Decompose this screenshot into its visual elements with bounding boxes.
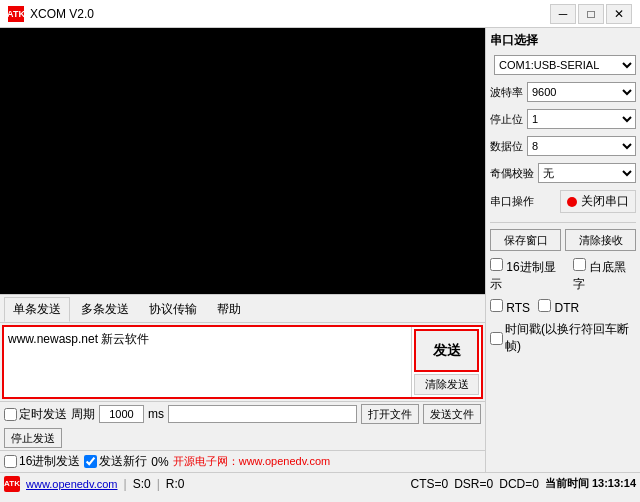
- clear-recv-button[interactable]: 清除接收: [565, 229, 636, 251]
- red-dot-icon: [567, 197, 577, 207]
- stop-bit-row: 停止位 1: [490, 109, 636, 129]
- status-time: 当前时间 13:13:14: [545, 476, 636, 491]
- status-sep1: |: [124, 477, 127, 491]
- serial-op-row: 串口操作 关闭串口: [490, 190, 636, 213]
- port-row: COM1:USB-SERIAL: [490, 55, 636, 75]
- baud-rate-label: 波特率: [490, 85, 523, 100]
- serial-op-label: 串口操作: [490, 194, 534, 209]
- port-select[interactable]: COM1:USB-SERIAL: [494, 55, 636, 75]
- send-btn-col: 发送 清除发送: [411, 327, 481, 397]
- action-row: 保存窗口 清除接收: [490, 229, 636, 251]
- tabs-bar: 单条发送 多条发送 协议传输 帮助: [0, 294, 485, 323]
- save-window-button[interactable]: 保存窗口: [490, 229, 561, 251]
- title-bar-left: ATK XCOM V2.0: [8, 6, 94, 22]
- open-file-button[interactable]: 打开文件: [361, 404, 419, 424]
- send-textarea[interactable]: [4, 327, 411, 397]
- close-button[interactable]: ✕: [606, 4, 632, 24]
- hex16-checkbox[interactable]: [490, 258, 503, 271]
- send-button[interactable]: 发送: [414, 329, 479, 372]
- tab-help[interactable]: 帮助: [208, 297, 250, 322]
- parity-label: 奇偶校验: [490, 166, 534, 181]
- hex-send-checkbox[interactable]: [4, 455, 17, 468]
- dtr-checkbox[interactable]: [538, 299, 551, 312]
- tab-protocol[interactable]: 协议传输: [140, 297, 206, 322]
- window-controls: ─ □ ✕: [550, 4, 632, 24]
- file-path-input[interactable]: [168, 405, 357, 423]
- hex16-label: 16进制显示: [490, 258, 565, 293]
- left-panel: 单条发送 多条发送 协议传输 帮助 发送 清除发送 定时发送 周期 ms: [0, 28, 485, 472]
- white-bg-checkbox[interactable]: [573, 258, 586, 271]
- baud-rate-select[interactable]: 9600: [527, 82, 636, 102]
- status-site-link[interactable]: www.openedv.com: [26, 478, 118, 490]
- checkbox-row3: 时间戳(以换行符回车断帧): [490, 321, 636, 355]
- stop-send-button[interactable]: 停止发送: [4, 428, 62, 448]
- data-bit-select[interactable]: 8: [527, 136, 636, 156]
- rts-label: RTS: [490, 299, 530, 315]
- status-r0: R:0: [166, 477, 185, 491]
- period-input[interactable]: [99, 405, 144, 423]
- status-dsr: DSR=0: [454, 477, 493, 491]
- stop-bit-label: 停止位: [490, 112, 523, 127]
- rts-checkbox[interactable]: [490, 299, 503, 312]
- terminal-area: [0, 28, 485, 294]
- right-panel: 串口选择 COM1:USB-SERIAL 波特率 9600 停止位 1 数据位 …: [485, 28, 640, 472]
- bottom-options-row2: 16进制发送 发送新行 0% 开源电子网：www.openedv.com: [0, 450, 485, 472]
- main-container: 单条发送 多条发送 协议传输 帮助 发送 清除发送 定时发送 周期 ms: [0, 28, 640, 472]
- progress-value: 0%: [151, 455, 168, 469]
- status-cts: CTS=0: [411, 477, 449, 491]
- ms-label: ms: [148, 407, 164, 421]
- parity-row: 奇偶校验 无: [490, 163, 636, 183]
- stop-bit-select[interactable]: 1: [527, 109, 636, 129]
- bottom-options-row1: 定时发送 周期 ms 打开文件 发送文件 停止发送: [0, 401, 485, 450]
- hex-send-label: 16进制发送: [4, 453, 80, 470]
- parity-select[interactable]: 无: [538, 163, 636, 183]
- timed-send-checkbox[interactable]: [4, 408, 17, 421]
- baud-rate-row: 波特率 9600: [490, 82, 636, 102]
- section-title-serial: 串口选择: [490, 32, 636, 49]
- checkbox-row1: 16进制显示 白底黑字: [490, 258, 636, 293]
- minimize-button[interactable]: ─: [550, 4, 576, 24]
- status-dcd: DCD=0: [499, 477, 539, 491]
- checkbox-row2: RTS DTR: [490, 299, 636, 315]
- send-newline-checkbox[interactable]: [84, 455, 97, 468]
- openedv-text: 开源电子网：www.openedv.com: [173, 454, 331, 469]
- close-serial-label: 关闭串口: [581, 193, 629, 210]
- send-file-button[interactable]: 发送文件: [423, 404, 481, 424]
- send-area: 发送 清除发送: [2, 325, 483, 399]
- clear-send-button[interactable]: 清除发送: [414, 374, 479, 395]
- status-s0: S:0: [133, 477, 151, 491]
- tab-multi-send[interactable]: 多条发送: [72, 297, 138, 322]
- dtr-label: DTR: [538, 299, 579, 315]
- app-title: XCOM V2.0: [30, 7, 94, 21]
- divider1: [490, 222, 636, 223]
- close-serial-button[interactable]: 关闭串口: [560, 190, 636, 213]
- timestamp-label: 时间戳(以换行符回车断帧): [505, 321, 636, 355]
- status-icon: ATK: [4, 476, 20, 492]
- timestamp-checkbox[interactable]: [490, 332, 503, 345]
- timed-send-label: 定时发送: [4, 406, 67, 423]
- app-icon: ATK: [8, 6, 24, 22]
- status-sep2: |: [157, 477, 160, 491]
- white-bg-label: 白底黑字: [573, 258, 636, 293]
- title-bar: ATK XCOM V2.0 ─ □ ✕: [0, 0, 640, 28]
- send-newline-label: 发送新行: [84, 453, 147, 470]
- send-input-row: 发送 清除发送: [4, 327, 481, 397]
- maximize-button[interactable]: □: [578, 4, 604, 24]
- period-label: 周期: [71, 406, 95, 423]
- data-bit-label: 数据位: [490, 139, 523, 154]
- data-bit-row: 数据位 8: [490, 136, 636, 156]
- status-bar: ATK www.openedv.com | S:0 | R:0 CTS=0 DS…: [0, 472, 640, 494]
- tab-single-send[interactable]: 单条发送: [4, 297, 70, 322]
